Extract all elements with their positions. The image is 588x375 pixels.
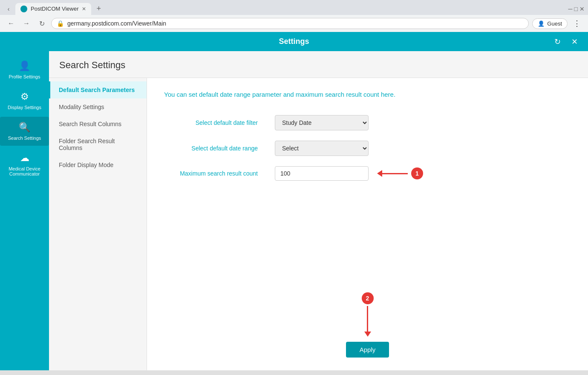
sidebar-profile-label: Profile Settings (9, 74, 40, 79)
date-filter-label: Select default date filter (164, 119, 266, 126)
settings-content: Search Settings Default Search Parameter… (49, 51, 588, 370)
date-filter-row: Select default date filter Study Date Se… (164, 115, 571, 130)
settings-modal: Settings ↻ ✕ 👤 Profile Settings ⚙ Displ (0, 32, 588, 370)
date-filter-select[interactable]: Study Date Series Date Acquisition Date (275, 115, 369, 130)
arrow-line (382, 173, 408, 174)
nav-item-folder-search[interactable]: Folder Search Result Columns (49, 133, 147, 156)
user-menu-button[interactable]: 👤 Guest (532, 18, 568, 29)
minimize-button[interactable]: ─ (568, 6, 573, 12)
page-title: Search Settings (59, 60, 578, 71)
apply-button[interactable]: Apply (346, 342, 389, 358)
close-tab-button[interactable]: ✕ (82, 6, 86, 12)
max-result-input[interactable] (275, 166, 369, 181)
search-icon: 🔍 (19, 122, 30, 133)
url-input[interactable] (67, 20, 523, 27)
back-button[interactable]: ← (5, 17, 17, 29)
tab-nav-back[interactable]: ‹ (3, 4, 14, 14)
sidebar-item-search[interactable]: 🔍 Search Settings (0, 117, 49, 146)
modal-overlay: Settings ↻ ✕ 👤 Profile Settings ⚙ Displ (0, 32, 588, 370)
max-result-row: Maximum search result count 1 (164, 166, 571, 181)
date-range-select[interactable]: Select Today Last 7 days Last 30 days La… (275, 141, 369, 156)
sidebar-medical-label: Medical Device Communicator (3, 166, 46, 176)
favicon-icon (20, 6, 27, 12)
forward-button[interactable]: → (20, 17, 32, 29)
profile-icon: 👤 (19, 61, 30, 72)
maximize-button[interactable]: □ (574, 6, 578, 12)
user-icon: 👤 (538, 20, 545, 27)
apply-area: 2 Apply (164, 267, 571, 358)
max-result-label: Maximum search result count (164, 170, 266, 177)
annotation-badge-2: 2 (362, 292, 374, 304)
sidebar-item-profile[interactable]: 👤 Profile Settings (0, 55, 49, 84)
sidebar-item-display[interactable]: ⚙ Display Settings (0, 86, 49, 115)
date-range-row: Select default date range Select Today L… (164, 141, 571, 156)
nav-item-modality[interactable]: Modality Settings (49, 98, 147, 115)
address-bar[interactable]: 🔒 (51, 18, 529, 29)
down-arrow-line (367, 306, 368, 332)
nav-item-default-search[interactable]: Default Search Parameters (49, 81, 147, 98)
settings-right-panel: You can set default date range parameter… (147, 78, 588, 370)
settings-sub: Default Search Parameters Modality Setti… (49, 78, 588, 370)
medical-icon: ☁ (20, 153, 29, 164)
arrowhead-icon (377, 170, 382, 177)
sidebar-search-label: Search Settings (8, 136, 41, 141)
settings-title: Settings (279, 37, 309, 46)
annotation-2-container: 2 (362, 292, 374, 337)
down-arrowhead-icon (364, 332, 371, 337)
date-range-label: Select default date range (164, 145, 266, 152)
settings-body: 👤 Profile Settings ⚙ Display Settings 🔍 … (0, 51, 588, 370)
annotation-arrow-1: 1 (377, 167, 423, 179)
lock-icon: 🔒 (57, 20, 64, 27)
sidebar-display-label: Display Settings (8, 105, 41, 110)
panel-description: You can set default date range parameter… (164, 91, 571, 98)
nav-item-folder-display[interactable]: Folder Display Mode (49, 156, 147, 173)
reset-button[interactable]: ↻ (551, 35, 564, 49)
refresh-button[interactable]: ↻ (36, 17, 48, 29)
settings-left-nav: Default Search Parameters Modality Setti… (49, 78, 147, 370)
settings-header: Settings ↻ ✕ (0, 32, 588, 51)
browser-chrome: ‹ PostDICOM Viewer ✕ + ─ □ ✕ ← → ↻ 🔒 👤 G… (0, 0, 588, 32)
max-result-annotation-container: 1 (275, 166, 423, 181)
settings-sidebar: 👤 Profile Settings ⚙ Display Settings 🔍 … (0, 51, 49, 370)
new-tab-button[interactable]: + (93, 3, 104, 15)
settings-header-actions: ↻ ✕ (551, 35, 581, 49)
sidebar-item-medical[interactable]: ☁ Medical Device Communicator (0, 147, 49, 182)
section-header: Search Settings (49, 51, 588, 78)
more-options-button[interactable]: ⋮ (571, 17, 583, 29)
user-label: Guest (547, 20, 562, 27)
browser-tab[interactable]: PostDICOM Viewer ✕ (15, 3, 91, 15)
app-container: Settings ↻ ✕ 👤 Profile Settings ⚙ Displ (0, 32, 588, 370)
close-window-button[interactable]: ✕ (579, 6, 585, 12)
display-icon: ⚙ (20, 91, 29, 102)
close-settings-button[interactable]: ✕ (568, 35, 581, 49)
tab-title: PostDICOM Viewer (31, 6, 78, 12)
annotation-badge-1: 1 (411, 167, 423, 179)
nav-item-search-result-cols[interactable]: Search Result Columns (49, 115, 147, 133)
